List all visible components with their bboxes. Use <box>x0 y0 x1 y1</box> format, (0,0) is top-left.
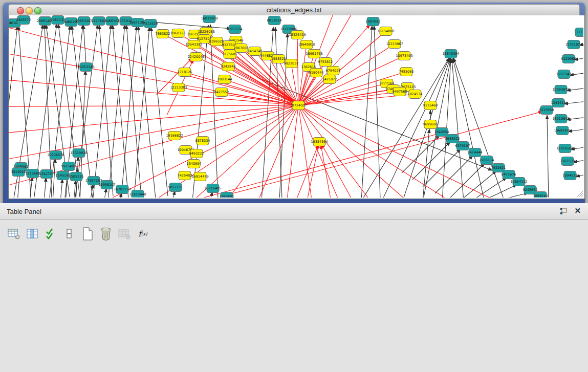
graph-edge[interactable] <box>321 144 361 198</box>
graph-edge[interactable] <box>298 105 361 198</box>
graph-node[interactable]: 1540994 <box>187 160 202 168</box>
graph-edge[interactable] <box>138 26 156 198</box>
graph-node[interactable]: 2803144 <box>217 75 232 84</box>
function-builder-icon[interactable]: f(x) <box>136 227 149 240</box>
graph-node[interactable]: 17359928 <box>70 149 87 158</box>
graph-edge[interactable] <box>104 188 106 198</box>
graph-node[interactable]: 15751074 <box>565 40 582 49</box>
graph-node[interactable]: 9857771 <box>168 183 183 192</box>
graph-edge[interactable] <box>93 25 111 198</box>
graph-node[interactable]: 1094512 <box>563 171 578 180</box>
graph-node[interactable]: 1342757 <box>39 170 54 179</box>
graph-node[interactable]: 1824534 <box>408 90 423 99</box>
graph-edge[interactable] <box>290 145 318 198</box>
graph-node[interactable]: 18325419 <box>289 31 306 39</box>
graph-node[interactable]: 9190444 <box>309 69 324 77</box>
graph-node[interactable]: 15692971 <box>554 126 571 135</box>
graph-edge[interactable] <box>83 25 86 63</box>
graph-node[interactable]: 8960123 <box>171 29 186 38</box>
graph-node[interactable]: 2405572 <box>16 16 31 25</box>
graph-node[interactable]: 10654112 <box>510 178 527 186</box>
select-all-icon[interactable] <box>44 227 57 240</box>
close-panel-icon[interactable]: ✕ <box>574 206 581 215</box>
graph-node[interactable]: 8813054 <box>267 16 282 25</box>
graph-node[interactable]: 9822037 <box>284 59 299 68</box>
graph-node[interactable]: 10653287 <box>75 17 92 26</box>
graph-edge[interactable] <box>402 135 440 173</box>
graph-node[interactable]: 8215958 <box>539 106 554 115</box>
graph-node[interactable]: 2087682 <box>366 17 381 26</box>
graph-node[interactable]: 1061133 <box>51 16 66 25</box>
graph-edge[interactable] <box>72 26 93 198</box>
row-height-icon[interactable] <box>62 227 76 240</box>
graph-node[interactable]: 19384554 <box>311 138 328 146</box>
graph-edge[interactable] <box>459 171 496 198</box>
graph-node[interactable]: 7857224 <box>228 25 243 34</box>
graph-node[interactable]: 8427552 <box>214 88 229 97</box>
citation-network-graph[interactable]: 2461055240557220691406106113394661601065… <box>9 15 583 198</box>
graph-edge[interactable] <box>570 72 583 75</box>
graph-node[interactable]: 10973493 <box>396 52 412 60</box>
graph-node[interactable]: 18640910 <box>298 40 315 49</box>
graph-node[interactable]: 1117304 <box>574 28 583 37</box>
graph-node[interactable]: 12213383 <box>170 83 187 92</box>
graph-edge[interactable] <box>453 58 504 198</box>
graph-node[interactable]: 16648394 <box>442 50 459 58</box>
graph-edge[interactable] <box>126 25 141 196</box>
graph-node[interactable]: 9975487 <box>61 162 76 171</box>
graph-node[interactable]: 9227343 <box>557 70 572 79</box>
graph-node[interactable]: 19166822 <box>166 132 183 140</box>
graph-node[interactable]: 9493222 <box>189 149 204 158</box>
graph-edge[interactable] <box>470 178 507 198</box>
graph-node[interactable]: 2935114 <box>480 156 494 165</box>
graph-node[interactable]: 7515526 <box>143 19 158 28</box>
graph-edge[interactable] <box>547 115 549 198</box>
graph-node[interactable]: 15716485 <box>204 184 221 193</box>
graph-node[interactable]: 9755812 <box>318 58 333 67</box>
graph-node[interactable]: 9242848 <box>221 62 236 71</box>
graph-node[interactable]: 12093872 <box>552 85 569 94</box>
graph-node[interactable]: 6794028 <box>326 67 341 75</box>
graph-node[interactable]: 1145190 <box>56 171 71 180</box>
graph-node[interactable]: 1421072 <box>322 75 337 84</box>
graph-node[interactable]: 2718126 <box>178 68 192 77</box>
graph-node[interactable]: 10543382 <box>185 40 202 49</box>
graph-edge[interactable] <box>151 27 168 196</box>
network-window-titlebar[interactable]: citations_edges.txt <box>8 4 580 16</box>
graph-edge[interactable] <box>321 145 335 198</box>
graph-node[interactable]: 1505135 <box>69 172 84 181</box>
graph-edge[interactable] <box>9 105 298 135</box>
graph-edge[interactable] <box>361 26 372 198</box>
graph-node[interactable]: 16033809 <box>201 15 217 23</box>
graph-node[interactable]: 1964842 <box>220 192 234 198</box>
graph-node[interactable]: 8878334 <box>195 137 210 145</box>
graph-edge[interactable] <box>279 105 298 198</box>
delete-row-icon[interactable] <box>99 227 113 240</box>
graph-edge[interactable] <box>60 179 62 198</box>
show-column-icon[interactable] <box>26 227 39 240</box>
graph-node[interactable]: 12923448 <box>129 190 146 198</box>
table-settings-icon[interactable] <box>7 227 20 240</box>
graph-node[interactable]: 16782759 <box>114 185 130 194</box>
graph-edge[interactable] <box>113 25 128 198</box>
new-table-icon[interactable] <box>81 227 94 240</box>
graph-node[interactable]: 9497568 <box>393 87 407 96</box>
graph-node[interactable]: 16914479 <box>191 172 208 181</box>
graph-node[interactable]: 17016504 <box>556 144 573 153</box>
graph-node[interactable]: 1094540 <box>533 192 548 198</box>
canvas-resize-grip[interactable] <box>576 190 583 198</box>
graph-node[interactable]: 22420046 <box>187 53 204 61</box>
graph-node[interactable]: 9699695 <box>423 120 438 129</box>
graph-node[interactable]: 1527602 <box>92 17 106 26</box>
graph-node[interactable]: 6379197 <box>455 142 470 150</box>
delete-table-icon[interactable] <box>118 227 131 240</box>
graph-node[interactable]: 16958107 <box>98 181 115 189</box>
graph-edge[interactable] <box>210 25 218 198</box>
graph-node[interactable]: 1167533 <box>560 157 575 166</box>
graph-hub-node[interactable]: 18724007 <box>290 101 307 110</box>
graph-node[interactable]: 3915910 <box>11 168 26 177</box>
float-panel-icon[interactable] <box>560 208 568 215</box>
graph-edge[interactable] <box>9 105 298 106</box>
graph-node[interactable]: 7425402 <box>178 171 192 180</box>
graph-node[interactable]: 16210643 <box>552 115 569 123</box>
